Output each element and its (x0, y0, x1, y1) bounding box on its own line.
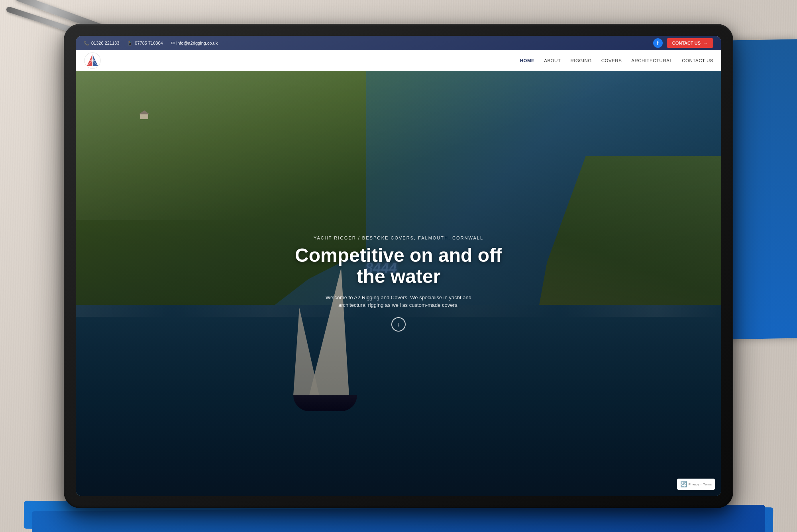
arrow-icon (703, 40, 708, 46)
nav-covers[interactable]: COVERS (601, 58, 622, 63)
recaptcha-privacy: Privacy (689, 483, 699, 486)
scroll-down-button[interactable]: ↓ (391, 317, 406, 332)
nav-about[interactable]: ABOUT (544, 58, 561, 63)
recaptcha-badge: 🔄 Privacy · Terms (677, 479, 715, 490)
hero-content: YACHT RIGGER / BESPOKE COVERS, FALMOUTH,… (76, 71, 721, 496)
contact-btn-label: CONTACT US (672, 41, 701, 45)
nav-links: HOME ABOUT RIGGING COVERS ARCHITECTURAL … (520, 58, 713, 63)
mobile-number: 07785 710364 (135, 41, 163, 45)
facebook-icon[interactable]: f (653, 38, 663, 48)
nav-bar: HOME ABOUT RIGGING COVERS ARCHITECTURAL … (76, 50, 721, 71)
email-item: info@a2rigging.co.uk (171, 41, 218, 46)
hero-description: Welcome to A2 Rigging and Covers. We spe… (315, 294, 482, 309)
tablet-screen: 01326 221133 07785 710364 info@a2rigging… (76, 36, 721, 496)
mobile-item: 07785 710364 (127, 41, 163, 46)
phone-icon (84, 41, 89, 46)
nav-contact[interactable]: CONTACT US (682, 58, 713, 63)
hero-subtitle: YACHT RIGGER / BESPOKE COVERS, FALMOUTH,… (314, 236, 483, 240)
recaptcha-icon: 🔄 (680, 481, 687, 487)
top-bar-right: f CONTACT US (653, 38, 713, 48)
email-icon (171, 41, 175, 46)
phone-number: 01326 221133 (91, 41, 119, 45)
nav-rigging[interactable]: RIGGING (570, 58, 591, 63)
website-content: 01326 221133 07785 710364 info@a2rigging… (76, 36, 721, 496)
hero-title: Competitive on and off the water (279, 245, 518, 287)
contact-us-button[interactable]: CONTACT US (667, 38, 713, 48)
top-bar: 01326 221133 07785 710364 info@a2rigging… (76, 36, 721, 50)
recaptcha-terms: Terms (703, 483, 712, 486)
logo-svg (84, 52, 101, 69)
nav-home[interactable]: HOME (520, 58, 535, 63)
email-address: info@a2rigging.co.uk (177, 41, 218, 45)
recaptcha-separator: · (701, 483, 701, 486)
hero-section: 8444 YACHT RIGGER / BESPOKE COVERS, FALM… (76, 71, 721, 496)
tablet-frame: 01326 221133 07785 710364 info@a2rigging… (64, 24, 733, 508)
scroll-icon: ↓ (397, 321, 400, 328)
top-bar-left: 01326 221133 07785 710364 info@a2rigging… (84, 41, 218, 46)
mobile-icon (127, 41, 133, 46)
phone-item: 01326 221133 (84, 41, 119, 46)
logo-area (84, 52, 101, 69)
nav-architectural[interactable]: ARCHITECTURAL (631, 58, 672, 63)
